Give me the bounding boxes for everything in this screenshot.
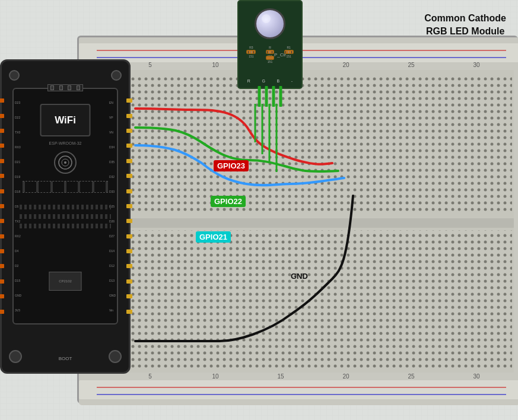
pin-gold	[126, 98, 132, 103]
led-dome	[255, 8, 285, 39]
antenna-segment	[50, 85, 54, 90]
mounting-hole-tr	[111, 70, 122, 81]
pin-orange	[0, 129, 4, 133]
svg-text:15: 15	[277, 373, 284, 380]
wifi-chip: WiFi	[40, 104, 91, 136]
pin-gold	[126, 310, 132, 314]
pin-gold	[126, 114, 132, 118]
svg-text:25: 25	[408, 62, 415, 68]
mounting-hole-br	[109, 350, 122, 363]
svg-rect-10	[85, 218, 514, 228]
svg-text:25: 25	[408, 373, 415, 380]
pin-orange	[0, 219, 4, 223]
svg-text:10: 10	[212, 373, 219, 380]
pin-gold	[126, 159, 132, 163]
pin-gold	[126, 204, 132, 208]
pin-orange	[0, 159, 4, 163]
pin-orange	[0, 204, 4, 208]
boot-button-label: BOOT	[59, 356, 72, 361]
module-pins	[258, 86, 282, 107]
pin-orange	[0, 249, 4, 253]
svg-rect-6	[79, 380, 518, 399]
pin-gold	[126, 294, 132, 298]
module-pin-r	[258, 86, 261, 107]
pin-orange	[0, 279, 4, 284]
title-line2: RGB LED Module	[426, 26, 504, 36]
module-pin-labels: R G B -	[241, 79, 298, 83]
led-highlight	[262, 14, 271, 23]
pin-orange	[0, 264, 4, 268]
svg-text:5: 5	[148, 373, 152, 380]
pin-gold	[126, 279, 132, 284]
pin-gold	[126, 144, 132, 148]
module-pin-b	[272, 86, 275, 107]
module-title: Common Cathode RGB LED Module	[424, 12, 506, 39]
module-pin-gnd	[279, 86, 282, 107]
pin-orange	[0, 294, 4, 298]
resistor-middle: 151	[266, 56, 274, 63]
main-container: // We'll do this with actual SVG circle …	[0, 0, 518, 420]
esp32-inner-board: WiFi ESP-WROOM-32 EN VP VN D34 D35 D32 D…	[12, 88, 118, 324]
svg-text:20: 20	[342, 373, 349, 380]
wifi-label: WiFi	[55, 114, 76, 126]
svg-text:30: 30	[473, 62, 480, 68]
esp32-module: WiFi ESP-WROOM-32 EN VP VN D34 D35 D32 D…	[0, 59, 131, 374]
resistor-body	[266, 56, 274, 60]
module-pin-g	[265, 86, 268, 107]
rgb-led-module: R3 151 R	[231, 0, 309, 107]
svg-text:30: 30	[473, 373, 480, 380]
pcb-board: R3 151 R	[237, 0, 303, 89]
antenna-segment	[59, 85, 63, 90]
pin-orange	[0, 114, 4, 118]
pin-gold	[126, 129, 132, 133]
svg-point-28	[64, 161, 66, 164]
gpio21-label: GPIO21	[196, 231, 231, 243]
pin-orange	[0, 98, 4, 103]
resistor-body	[266, 50, 274, 54]
gpio23-label: GPIO23	[214, 160, 249, 171]
resistor-r3: R3 151	[246, 46, 256, 58]
svg-text:10: 10	[212, 62, 219, 68]
module-clr-label: P_Clr	[274, 52, 286, 58]
mounting-hole-bl	[9, 350, 22, 363]
left-pin-row	[0, 94, 4, 319]
pin-orange	[0, 189, 4, 193]
resistor-body	[246, 50, 256, 54]
pin-gold	[126, 219, 132, 223]
antenna	[47, 84, 83, 91]
mounting-hole-tl	[9, 70, 20, 81]
pin-gold	[126, 174, 132, 178]
logo-icon	[57, 154, 74, 171]
pin-gold	[126, 189, 132, 193]
deco-pattern	[23, 181, 108, 193]
pin-orange	[0, 310, 4, 314]
gpio22-label: GPIO22	[211, 196, 246, 207]
logo-emblem	[54, 151, 77, 174]
pin-gold	[126, 249, 132, 253]
pin-orange	[0, 234, 4, 238]
svg-text:5: 5	[148, 62, 152, 68]
antenna-segment	[68, 85, 71, 90]
esp-model: ESP-WROOM-32	[49, 141, 82, 145]
right-pin-row	[126, 94, 132, 319]
deco-rows	[20, 205, 111, 228]
title-line1: Common Cathode	[424, 13, 506, 23]
gnd-label: GND	[291, 272, 308, 281]
antenna-segment	[77, 85, 80, 90]
pin-orange	[0, 174, 4, 178]
pin-gold	[126, 264, 132, 268]
svg-text:20: 20	[342, 62, 349, 68]
cp2102-chip: CP2102	[49, 272, 82, 291]
pin-orange	[0, 144, 4, 148]
pin-gold	[126, 234, 132, 238]
